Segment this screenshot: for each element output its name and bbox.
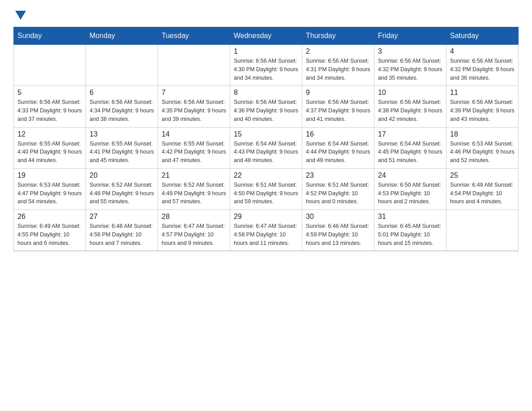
calendar-cell: 6Sunrise: 6:56 AM Sunset: 4:34 PM Daylig… (86, 86, 158, 127)
day-number: 9 (306, 89, 370, 97)
day-number: 31 (378, 213, 442, 221)
day-number: 17 (378, 130, 442, 138)
day-info: Sunrise: 6:49 AM Sunset: 4:54 PM Dayligh… (450, 181, 515, 206)
day-info: Sunrise: 6:55 AM Sunset: 4:42 PM Dayligh… (162, 140, 226, 165)
calendar-cell (158, 45, 230, 86)
calendar-cell: 25Sunrise: 6:49 AM Sunset: 4:54 PM Dayli… (446, 168, 519, 210)
day-number: 4 (450, 47, 515, 56)
weekday-header-sunday: Sunday (14, 27, 86, 45)
calendar-cell: 16Sunrise: 6:54 AM Sunset: 4:44 PM Dayli… (302, 127, 374, 168)
weekday-header-saturday: Saturday (446, 27, 519, 45)
day-number: 16 (306, 130, 370, 138)
day-info: Sunrise: 6:56 AM Sunset: 4:35 PM Dayligh… (162, 98, 226, 123)
day-info: Sunrise: 6:47 AM Sunset: 4:57 PM Dayligh… (162, 222, 226, 247)
day-info: Sunrise: 6:56 AM Sunset: 4:34 PM Dayligh… (90, 98, 154, 123)
calendar-cell (14, 45, 86, 86)
logo (13, 9, 26, 20)
calendar-cell: 10Sunrise: 6:56 AM Sunset: 4:38 PM Dayli… (374, 86, 446, 127)
day-info: Sunrise: 6:56 AM Sunset: 4:32 PM Dayligh… (378, 57, 442, 82)
calendar-cell: 11Sunrise: 6:56 AM Sunset: 4:39 PM Dayli… (446, 86, 519, 127)
calendar-cell: 22Sunrise: 6:51 AM Sunset: 4:50 PM Dayli… (230, 168, 302, 210)
day-number: 23 (306, 171, 370, 180)
day-number: 29 (234, 213, 298, 221)
weekday-header-thursday: Thursday (302, 27, 374, 45)
day-number: 20 (90, 171, 154, 180)
day-number: 10 (378, 89, 442, 97)
day-info: Sunrise: 6:53 AM Sunset: 4:47 PM Dayligh… (17, 181, 82, 206)
day-info: Sunrise: 6:56 AM Sunset: 4:32 PM Dayligh… (450, 57, 515, 82)
day-number: 27 (90, 213, 154, 221)
calendar-week-row: 19Sunrise: 6:53 AM Sunset: 4:47 PM Dayli… (14, 168, 519, 210)
day-info: Sunrise: 6:56 AM Sunset: 4:37 PM Dayligh… (306, 98, 370, 123)
day-info: Sunrise: 6:56 AM Sunset: 4:31 PM Dayligh… (306, 57, 370, 82)
day-number: 26 (17, 213, 82, 221)
day-number: 25 (450, 171, 515, 180)
day-number: 30 (306, 213, 370, 221)
day-number: 28 (162, 213, 226, 221)
calendar-week-row: 1Sunrise: 6:56 AM Sunset: 4:30 PM Daylig… (14, 45, 519, 86)
calendar-week-row: 5Sunrise: 6:56 AM Sunset: 4:33 PM Daylig… (14, 86, 519, 127)
day-number: 24 (378, 171, 442, 180)
calendar-cell: 7Sunrise: 6:56 AM Sunset: 4:35 PM Daylig… (158, 86, 230, 127)
calendar-cell: 31Sunrise: 6:45 AM Sunset: 5:01 PM Dayli… (374, 210, 446, 251)
calendar-cell (86, 45, 158, 86)
calendar-cell: 13Sunrise: 6:55 AM Sunset: 4:41 PM Dayli… (86, 127, 158, 168)
day-number: 3 (378, 47, 442, 56)
day-number: 2 (306, 47, 370, 56)
calendar-table: SundayMondayTuesdayWednesdayThursdayFrid… (13, 27, 519, 251)
calendar-cell: 9Sunrise: 6:56 AM Sunset: 4:37 PM Daylig… (302, 86, 374, 127)
calendar-cell: 12Sunrise: 6:55 AM Sunset: 4:40 PM Dayli… (14, 127, 86, 168)
day-info: Sunrise: 6:52 AM Sunset: 4:48 PM Dayligh… (90, 181, 154, 206)
day-number: 15 (234, 130, 298, 138)
calendar-cell: 14Sunrise: 6:55 AM Sunset: 4:42 PM Dayli… (158, 127, 230, 168)
day-info: Sunrise: 6:53 AM Sunset: 4:46 PM Dayligh… (450, 140, 515, 165)
day-number: 19 (17, 171, 82, 180)
day-info: Sunrise: 6:47 AM Sunset: 4:58 PM Dayligh… (234, 222, 298, 247)
calendar-cell: 17Sunrise: 6:54 AM Sunset: 4:45 PM Dayli… (374, 127, 446, 168)
day-info: Sunrise: 6:48 AM Sunset: 4:56 PM Dayligh… (90, 222, 154, 247)
calendar-cell: 19Sunrise: 6:53 AM Sunset: 4:47 PM Dayli… (14, 168, 86, 210)
day-info: Sunrise: 6:55 AM Sunset: 4:40 PM Dayligh… (17, 140, 82, 165)
calendar-cell: 27Sunrise: 6:48 AM Sunset: 4:56 PM Dayli… (86, 210, 158, 251)
calendar-cell (446, 210, 519, 251)
day-info: Sunrise: 6:56 AM Sunset: 4:33 PM Dayligh… (17, 98, 82, 123)
weekday-header-friday: Friday (374, 27, 446, 45)
logo-triangle-icon (15, 11, 26, 20)
day-info: Sunrise: 6:54 AM Sunset: 4:45 PM Dayligh… (378, 140, 442, 165)
weekday-header-tuesday: Tuesday (158, 27, 230, 45)
day-number: 22 (234, 171, 298, 180)
calendar-header-row: SundayMondayTuesdayWednesdayThursdayFrid… (14, 27, 519, 45)
calendar-cell: 8Sunrise: 6:56 AM Sunset: 4:36 PM Daylig… (230, 86, 302, 127)
calendar-cell: 23Sunrise: 6:51 AM Sunset: 4:52 PM Dayli… (302, 168, 374, 210)
day-info: Sunrise: 6:54 AM Sunset: 4:44 PM Dayligh… (306, 140, 370, 165)
weekday-header-monday: Monday (86, 27, 158, 45)
day-info: Sunrise: 6:56 AM Sunset: 4:38 PM Dayligh… (378, 98, 442, 123)
calendar-cell: 21Sunrise: 6:52 AM Sunset: 4:49 PM Dayli… (158, 168, 230, 210)
day-info: Sunrise: 6:52 AM Sunset: 4:49 PM Dayligh… (162, 181, 226, 206)
weekday-header-wednesday: Wednesday (230, 27, 302, 45)
day-info: Sunrise: 6:49 AM Sunset: 4:55 PM Dayligh… (17, 222, 82, 247)
day-number: 1 (234, 47, 298, 56)
calendar-cell: 5Sunrise: 6:56 AM Sunset: 4:33 PM Daylig… (14, 86, 86, 127)
day-number: 8 (234, 89, 298, 97)
day-info: Sunrise: 6:50 AM Sunset: 4:53 PM Dayligh… (378, 181, 442, 206)
calendar-cell: 4Sunrise: 6:56 AM Sunset: 4:32 PM Daylig… (446, 45, 519, 86)
calendar-cell: 3Sunrise: 6:56 AM Sunset: 4:32 PM Daylig… (374, 45, 446, 86)
day-number: 11 (450, 89, 515, 97)
calendar-cell: 18Sunrise: 6:53 AM Sunset: 4:46 PM Dayli… (446, 127, 519, 168)
day-info: Sunrise: 6:56 AM Sunset: 4:39 PM Dayligh… (450, 98, 515, 123)
day-info: Sunrise: 6:46 AM Sunset: 4:59 PM Dayligh… (306, 222, 370, 247)
day-number: 14 (162, 130, 226, 138)
day-number: 6 (90, 89, 154, 97)
calendar-cell: 20Sunrise: 6:52 AM Sunset: 4:48 PM Dayli… (86, 168, 158, 210)
day-info: Sunrise: 6:45 AM Sunset: 5:01 PM Dayligh… (378, 222, 442, 247)
day-number: 5 (17, 89, 82, 97)
day-number: 18 (450, 130, 515, 138)
calendar-cell: 28Sunrise: 6:47 AM Sunset: 4:57 PM Dayli… (158, 210, 230, 251)
calendar-cell: 24Sunrise: 6:50 AM Sunset: 4:53 PM Dayli… (374, 168, 446, 210)
day-info: Sunrise: 6:51 AM Sunset: 4:52 PM Dayligh… (306, 181, 370, 206)
calendar-cell: 29Sunrise: 6:47 AM Sunset: 4:58 PM Dayli… (230, 210, 302, 251)
day-info: Sunrise: 6:56 AM Sunset: 4:36 PM Dayligh… (234, 98, 298, 123)
day-info: Sunrise: 6:51 AM Sunset: 4:50 PM Dayligh… (234, 181, 298, 206)
calendar-cell: 15Sunrise: 6:54 AM Sunset: 4:43 PM Dayli… (230, 127, 302, 168)
